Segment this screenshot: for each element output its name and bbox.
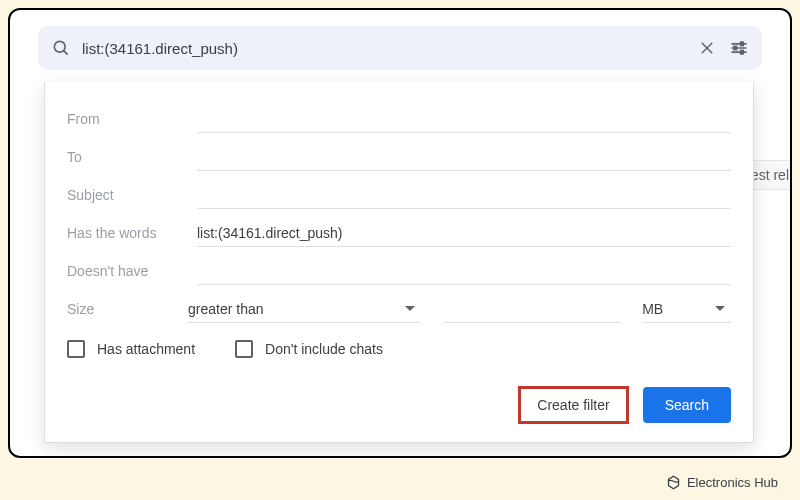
has-attachment-group[interactable]: Has attachment (67, 340, 195, 358)
haswords-input[interactable]: list:(34161.direct_push) (197, 219, 731, 247)
to-input[interactable] (197, 143, 731, 171)
size-unit-value: MB (642, 301, 663, 317)
size-unit-select[interactable]: MB (642, 295, 731, 323)
dont-include-chats-checkbox[interactable] (235, 340, 253, 358)
size-row: Size greater than MB (67, 290, 731, 328)
create-filter-button[interactable]: Create filter (518, 386, 628, 424)
dont-include-chats-group[interactable]: Don't include chats (235, 340, 383, 358)
app-frame: list:(34161.direct_push) latest rel From (8, 8, 792, 458)
from-input[interactable] (197, 105, 731, 133)
clear-icon[interactable] (696, 37, 718, 59)
has-attachment-checkbox[interactable] (67, 340, 85, 358)
doesnthave-row: Doesn't have (67, 252, 731, 290)
haswords-row: Has the words list:(34161.direct_push) (67, 214, 731, 252)
tune-icon[interactable] (728, 37, 750, 59)
has-attachment-label: Has attachment (97, 341, 195, 357)
checkbox-row: Has attachment Don't include chats (67, 340, 731, 358)
chevron-down-icon (715, 306, 725, 311)
svg-rect-8 (734, 46, 737, 49)
svg-point-0 (54, 41, 65, 52)
haswords-value: list:(34161.direct_push) (197, 225, 343, 241)
to-row: To (67, 138, 731, 176)
size-value-input[interactable] (443, 295, 620, 323)
haswords-label: Has the words (67, 225, 197, 241)
subject-input[interactable] (197, 181, 731, 209)
search-query-text[interactable]: list:(34161.direct_push) (82, 40, 686, 57)
doesnthave-input[interactable] (197, 257, 731, 285)
actions-row: Create filter Search (67, 386, 731, 424)
subject-row: Subject (67, 176, 731, 214)
from-label: From (67, 111, 197, 127)
subject-label: Subject (67, 187, 197, 203)
dont-include-chats-label: Don't include chats (265, 341, 383, 357)
watermark-text: Electronics Hub (687, 475, 778, 490)
svg-rect-9 (741, 51, 744, 54)
search-icon (50, 37, 72, 59)
svg-line-1 (64, 51, 68, 55)
svg-rect-7 (741, 42, 744, 45)
size-label: Size (67, 301, 188, 317)
search-button[interactable]: Search (643, 387, 731, 423)
hub-icon (666, 475, 681, 490)
search-bar[interactable]: list:(34161.direct_push) (38, 26, 762, 70)
size-comparator-value: greater than (188, 301, 264, 317)
from-row: From (67, 100, 731, 138)
watermark: Electronics Hub (666, 475, 778, 490)
doesnthave-label: Doesn't have (67, 263, 197, 279)
size-comparator-select[interactable]: greater than (188, 295, 421, 323)
to-label: To (67, 149, 197, 165)
chevron-down-icon (405, 306, 415, 311)
filter-panel: From To Subject Has the words list:(3416… (44, 82, 754, 443)
